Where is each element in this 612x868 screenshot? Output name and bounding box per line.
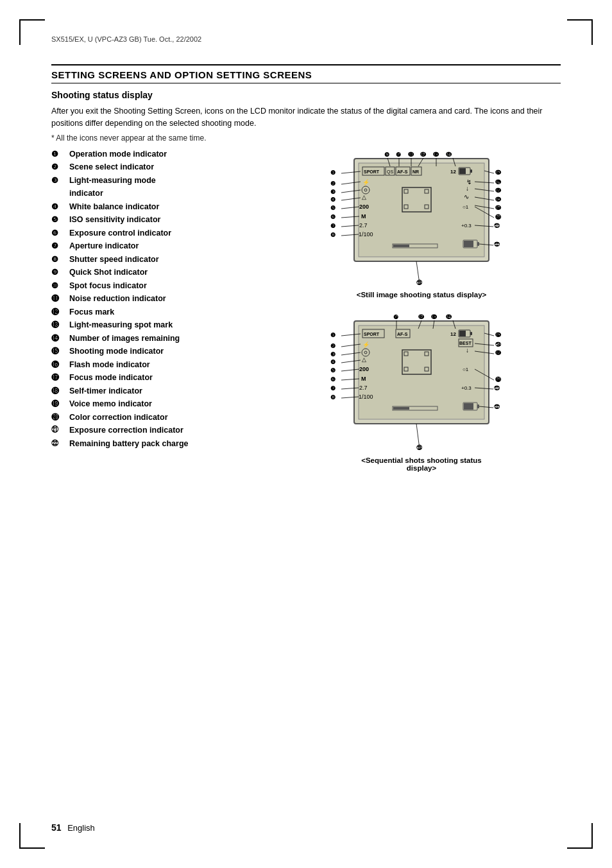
indicator-13: ⓭ Light-measuring spot mark [51,320,269,331]
intro-text: After you exit the Shooting Setting Scre… [51,105,561,130]
indicator-7: ❼ Aperture indicator [51,241,269,252]
svg-rect-91 [470,332,472,335]
indicator-5: ❺ ISO sensitivity indicator [51,214,269,226]
svg-rect-36 [464,241,473,247]
sequential-diagram-svg: SPORT AF-S 12 BEST ⚡ ↓ [319,311,524,453]
indicator-3: ❸ Light-measuring mode [51,175,269,187]
svg-text:❹: ❹ [330,359,336,365]
indicator-22: ㉒ Remaining battery pack charge [51,438,269,450]
svg-text:○1: ○1 [463,204,469,210]
indicator-12: ⓬ Focus mark [51,307,269,318]
subsection-title: Shooting status display [51,90,561,100]
corner-mark-bl [19,823,45,849]
svg-text:❶: ❶ [330,169,336,176]
svg-text:12: 12 [450,331,456,337]
indicator-2: ❷ Scene select indicator [51,162,269,173]
sequential-diagram-caption: <Sequential shots shooting statusdisplay… [282,456,561,472]
section-title: SETTING SCREENS AND OPTION SETTING SCREE… [51,64,561,83]
indicator-19: ⓳ Voice memo indicator [51,399,269,410]
indicator-4: ❹ White balance indicator [51,202,269,213]
indicator-18: ⓲ Self-timer indicator [51,386,269,397]
svg-text:+0.3: +0.3 [461,223,472,229]
svg-text:⓭: ⓭ [433,152,439,158]
indicator-17: ⓱ Focus mode indicator [51,372,269,384]
indicator-11: ⓫ Noise reduction indicator [51,293,269,305]
svg-text:⓫: ⓫ [408,152,414,158]
svg-text:⓯: ⓯ [495,169,502,176]
svg-text:SPORT: SPORT [364,169,380,174]
svg-text:⓰: ⓰ [495,179,502,186]
svg-text:❾: ❾ [384,152,389,158]
svg-rect-35 [477,242,479,246]
svg-rect-92 [459,331,466,336]
svg-text:❼: ❼ [330,223,336,229]
svg-text:⚡: ⚡ [362,178,370,186]
svg-text:❸: ❸ [330,351,336,358]
svg-text:1/100: 1/100 [359,394,373,400]
svg-text:❷: ❷ [330,180,336,187]
svg-text:M: M [361,213,366,220]
svg-text:❺: ❺ [330,205,336,211]
svg-rect-12 [470,169,472,173]
svg-text:❷: ❷ [330,343,336,349]
svg-text:❽: ❽ [330,232,336,238]
indicators-list: ❶ Operation mode indicator ❷ Scene selec… [51,149,269,472]
svg-text:SPORT: SPORT [364,332,380,336]
indicator-16: ⓰ Flash mode indicator [51,360,269,371]
svg-text:BEST: BEST [459,341,472,345]
svg-text:○1: ○1 [463,367,469,372]
svg-text:❺: ❺ [330,367,336,374]
page-header: SX515/EX, U (VPC-AZ3 GB) Tue. Oct., 22/2… [51,35,201,43]
corner-mark-tr [567,19,593,45]
svg-rect-114 [477,404,479,408]
sequential-diagram: SPORT AF-S 12 BEST ⚡ ↓ [282,311,561,472]
indicator-6: ❻ Exposure control indicator [51,228,269,239]
svg-text:❻: ❻ [330,376,336,383]
svg-text:M: M [361,376,366,382]
svg-text:❸: ❸ [330,189,336,195]
indicator-20: ⓴ Color correction indicator [51,412,269,424]
svg-text:QS: QS [387,169,393,175]
svg-text:△: △ [362,194,366,200]
svg-text:❹: ❹ [330,196,336,203]
svg-text:+0.3: +0.3 [461,385,472,391]
svg-text:⓲: ⓲ [495,196,502,203]
svg-text:△: △ [362,356,366,363]
svg-text:❶: ❶ [330,332,336,338]
svg-text:㉔: ㉔ [495,342,502,348]
svg-text:⓮: ⓮ [446,152,452,158]
svg-text:❼: ❼ [330,385,336,392]
svg-text:1/100: 1/100 [359,231,373,238]
svg-text:∿: ∿ [464,193,469,200]
svg-text:NR: NR [412,169,419,174]
svg-text:⓬: ⓬ [420,152,427,158]
indicator-15: ⓯ Shooting mode indicator [51,346,269,358]
svg-text:❿: ❿ [393,314,398,320]
svg-text:AF-S: AF-S [397,169,408,174]
svg-text:2.7: 2.7 [359,385,368,391]
indicator-9: ❾ Quick Shot indicator [51,267,269,279]
indicator-21: ㉑ Exposure correction indicator [51,425,269,437]
svg-text:❽: ❽ [330,394,336,401]
main-content: SETTING SCREENS AND OPTION SETTING SCREE… [51,64,561,472]
corner-mark-br [567,823,593,849]
svg-text:⚡: ⚡ [362,341,370,349]
indicator-1: ❶ Operation mode indicator [51,149,269,161]
svg-text:↓: ↓ [466,347,469,354]
svg-rect-112 [393,407,409,410]
svg-text:❻: ❻ [330,214,336,220]
content-area: ❶ Operation mode indicator ❷ Scene selec… [51,149,561,472]
svg-text:⓯: ⓯ [495,332,502,338]
svg-rect-33 [393,245,409,247]
svg-text:㉒: ㉒ [494,241,500,248]
svg-text:⓭: ⓭ [431,314,438,320]
diagrams-area: SPORT QS AF-S NR 12 ↯ [282,149,561,472]
svg-text:⓬: ⓬ [418,314,425,320]
svg-text:↓: ↓ [466,185,469,192]
indicator-14: ⓮ Number of images remaining [51,333,269,345]
page-footer: 51 English [51,822,95,833]
svg-text:㉑: ㉑ [494,385,500,392]
footer-language: English [67,823,95,833]
svg-text:㉑: ㉑ [494,223,500,229]
indicator-10: ❿ Spot focus indicator [51,281,269,292]
